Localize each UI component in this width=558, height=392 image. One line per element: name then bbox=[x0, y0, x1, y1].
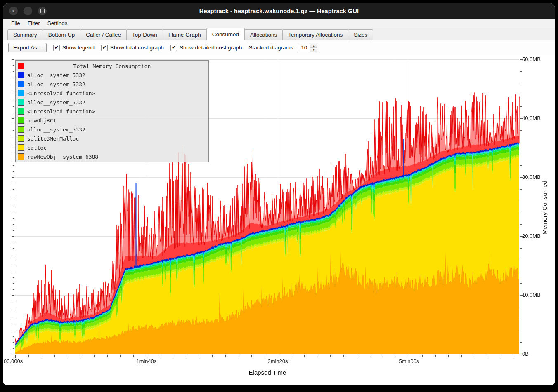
tab-allocations[interactable]: Allocations bbox=[244, 29, 283, 40]
stacked-diagrams-label: Stacked diagrams: bbox=[249, 45, 295, 51]
legend-swatch bbox=[18, 135, 24, 142]
x-tick-label: 1min40s bbox=[130, 358, 163, 364]
show-detailed-cost-group: ✔ Show detailed cost graph bbox=[170, 45, 242, 51]
legend-row: calloc bbox=[17, 143, 207, 152]
x-tick-label: 3min20s bbox=[261, 358, 294, 364]
menubar: File Filter Settings bbox=[3, 19, 555, 28]
check-icon: ✔ bbox=[54, 45, 59, 50]
show-total-cost-group: ✔ Show total cost graph bbox=[101, 45, 164, 51]
tab-top-down[interactable]: Top-Down bbox=[126, 29, 163, 40]
show-total-cost-checkbox[interactable]: ✔ bbox=[101, 45, 108, 51]
legend-label: alloc__system_5332 bbox=[27, 72, 85, 78]
legend-label: alloc__system_5332 bbox=[27, 99, 85, 106]
legend-label: newObjRC1 bbox=[27, 117, 56, 124]
tab-temporary-allocations[interactable]: Temporary Allocations bbox=[282, 29, 348, 40]
tab-sizes[interactable]: Sizes bbox=[348, 29, 373, 40]
stacked-diagrams-value[interactable]: 10 bbox=[298, 43, 310, 52]
stacked-diagrams-spinbox[interactable]: 10 ▲ ▼ bbox=[298, 43, 317, 52]
legend-row: alloc__system_5332 bbox=[17, 125, 207, 134]
y-axis-title: Memory Consumed bbox=[541, 169, 548, 247]
x-tick-label: 00.000s bbox=[4, 358, 33, 364]
legend-swatch bbox=[18, 99, 24, 106]
spin-down-button[interactable]: ▼ bbox=[310, 48, 317, 52]
legend-title: Total Memory Consumption bbox=[27, 63, 197, 69]
tab-consumed[interactable]: Consumed bbox=[206, 28, 245, 40]
menu-filter[interactable]: Filter bbox=[24, 19, 44, 27]
menu-file[interactable]: File bbox=[7, 19, 24, 27]
tab-flame-graph[interactable]: Flame Graph bbox=[163, 29, 207, 40]
spin-up-button[interactable]: ▲ bbox=[310, 43, 317, 48]
legend-row: <unresolved function> bbox=[17, 107, 207, 116]
tab-summary[interactable]: Summary bbox=[7, 29, 43, 40]
legend-row: alloc__system_5332 bbox=[17, 98, 207, 107]
toolbar: Export As... ✔ Show legend ✔ Show total … bbox=[3, 40, 555, 55]
show-legend-label: Show legend bbox=[62, 45, 95, 51]
legend-label: <unresolved function> bbox=[27, 90, 95, 96]
legend-label: <unresolved function> bbox=[27, 108, 95, 115]
titlebar[interactable]: × Heaptrack - heaptrack.wakunode.1.gz — … bbox=[3, 3, 555, 19]
legend-row: rawNewObj__system_6388 bbox=[17, 152, 207, 161]
y-tick-label: 10,0MB bbox=[522, 292, 552, 298]
export-as-button[interactable]: Export As... bbox=[8, 43, 47, 52]
legend-swatch bbox=[18, 81, 24, 87]
legend-label: alloc__system_5332 bbox=[27, 81, 85, 87]
legend-swatch bbox=[18, 108, 24, 115]
legend-swatch bbox=[18, 117, 24, 124]
show-total-cost-label: Show total cost graph bbox=[110, 45, 164, 51]
legend-swatch bbox=[18, 72, 24, 78]
x-tick-label: 5min00s bbox=[392, 358, 426, 364]
tab-bottom-up[interactable]: Bottom-Up bbox=[43, 29, 81, 40]
minimize-button[interactable] bbox=[24, 7, 32, 15]
legend-label: sqlite3MemMalloc bbox=[27, 136, 79, 142]
legend-label: rawNewObj__system_6388 bbox=[27, 154, 98, 160]
check-icon: ✔ bbox=[102, 45, 106, 50]
legend-swatch bbox=[18, 153, 24, 160]
heaptrack-window: × Heaptrack - heaptrack.wakunode.1.gz — … bbox=[3, 3, 555, 385]
y-tick-label: 40,0MB bbox=[522, 115, 552, 121]
close-button[interactable]: × bbox=[9, 7, 18, 15]
y-tick-label: 0B bbox=[522, 351, 552, 357]
legend-swatch bbox=[18, 126, 24, 133]
show-detailed-cost-checkbox[interactable]: ✔ bbox=[170, 45, 177, 51]
y-tick-label: 50,0MB bbox=[522, 56, 552, 62]
legend-swatch bbox=[18, 90, 24, 96]
legend-row: newObjRC1 bbox=[17, 116, 207, 125]
legend-row: alloc__system_5332 bbox=[17, 70, 207, 80]
chart-legend: Total Memory Consumption alloc__system_5… bbox=[15, 60, 209, 162]
legend-label: alloc__system_5332 bbox=[27, 127, 85, 133]
menu-settings[interactable]: Settings bbox=[44, 19, 71, 27]
legend-title-row: Total Memory Consumption bbox=[17, 61, 207, 70]
legend-swatch-total bbox=[18, 63, 24, 69]
show-legend-checkbox[interactable]: ✔ bbox=[53, 45, 60, 51]
show-detailed-cost-label: Show detailed cost graph bbox=[180, 45, 242, 51]
show-legend-group: ✔ Show legend bbox=[53, 45, 95, 51]
maximize-icon bbox=[40, 9, 45, 13]
tab-caller-callee[interactable]: Caller / Callee bbox=[80, 29, 127, 40]
spin-buttons: ▲ ▼ bbox=[310, 43, 317, 52]
window-title: Heaptrack - heaptrack.wakunode.1.gz — He… bbox=[3, 8, 555, 14]
minimize-icon bbox=[26, 11, 30, 11]
check-icon: ✔ bbox=[172, 45, 176, 50]
legend-label: calloc bbox=[27, 145, 47, 151]
window-controls: × bbox=[9, 3, 47, 19]
maximize-button[interactable] bbox=[38, 7, 47, 15]
chart-area: Total Memory Consumption alloc__system_5… bbox=[3, 55, 555, 385]
legend-row: alloc__system_5332 bbox=[17, 80, 207, 89]
legend-swatch bbox=[18, 144, 24, 151]
stacked-diagrams-group: Stacked diagrams: 10 ▲ ▼ bbox=[249, 43, 318, 52]
tab-bar: Summary Bottom-Up Caller / Callee Top-Do… bbox=[3, 28, 555, 40]
legend-row: <unresolved function> bbox=[17, 89, 207, 98]
x-axis-title: Elapsed Time bbox=[234, 369, 300, 376]
legend-row: sqlite3MemMalloc bbox=[17, 134, 207, 143]
